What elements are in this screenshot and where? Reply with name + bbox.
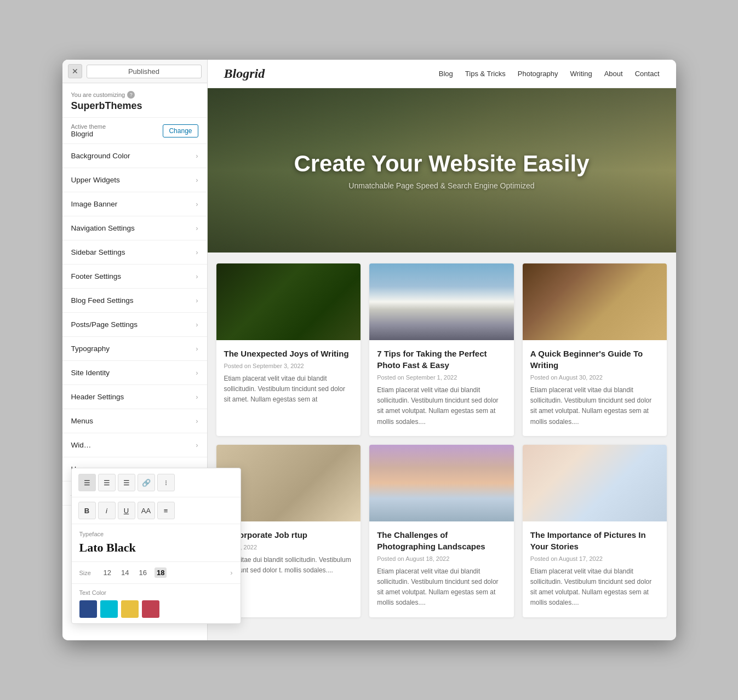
card-excerpt: velit vitae dui blandit sollicitudin. Ve… bbox=[224, 555, 353, 576]
site-nav-links: BlogTips & TricksPhotographyWritingAbout… bbox=[439, 70, 660, 78]
underline-button[interactable]: U bbox=[118, 502, 135, 519]
swatch-yellow[interactable] bbox=[121, 600, 139, 618]
chevron-right-icon: › bbox=[196, 441, 198, 449]
chevron-right-icon: › bbox=[196, 248, 198, 256]
blog-card: The Importance of Pictures In Your Stori… bbox=[523, 445, 667, 617]
italic-button[interactable]: i bbox=[98, 502, 116, 519]
card-date: Posted on September 3, 2022 bbox=[224, 363, 353, 369]
card-date: Posted on September 1, 2022 bbox=[377, 374, 506, 381]
sidebar-item-background-color[interactable]: Background Color› bbox=[62, 144, 207, 168]
sidebar-item-blog-feed-settings[interactable]: Blog Feed Settings› bbox=[62, 289, 207, 313]
menu-item-label: Menus bbox=[71, 417, 94, 425]
menu-item-label: Typography bbox=[71, 345, 110, 353]
sidebar-item-typography[interactable]: Typography› bbox=[62, 337, 207, 361]
nav-link-contact[interactable]: Contact bbox=[635, 70, 660, 78]
nav-link-writing[interactable]: Writing bbox=[570, 70, 592, 78]
size-14[interactable]: 14 bbox=[119, 567, 131, 578]
card-image bbox=[369, 445, 514, 521]
sidebar-brand: You are customizing ? SuperbThemes bbox=[62, 83, 207, 118]
nav-link-tips-&-tricks[interactable]: Tips & Tricks bbox=[465, 70, 506, 78]
card-date: ust 22, 2022 bbox=[224, 544, 353, 550]
sidebar-item-upper-widgets[interactable]: Upper Widgets› bbox=[62, 168, 207, 192]
nav-link-photography[interactable]: Photography bbox=[518, 70, 558, 78]
sidebar-item-image-banner[interactable]: Image Banner› bbox=[62, 192, 207, 216]
card-image bbox=[216, 263, 361, 340]
hero-title: Create Your Website Easily bbox=[294, 151, 589, 177]
bold-button[interactable]: B bbox=[78, 502, 96, 519]
menu-item-label: Navigation Settings bbox=[71, 224, 135, 232]
card-date: Posted on August 18, 2022 bbox=[377, 555, 506, 562]
color-section: Text Color bbox=[72, 584, 241, 623]
align-left-button[interactable]: ☰ bbox=[78, 474, 96, 491]
chevron-right-icon: › bbox=[196, 224, 198, 232]
nav-link-about[interactable]: About bbox=[604, 70, 623, 78]
sidebar-item-navigation-settings[interactable]: Navigation Settings› bbox=[62, 216, 207, 240]
chevron-right-icon: › bbox=[196, 176, 198, 184]
chevron-right-icon: › bbox=[196, 296, 198, 305]
card-body: 7 Tips for Taking the Perfect Photo Fast… bbox=[369, 340, 514, 436]
site-logo: Blogrid bbox=[224, 66, 265, 81]
link-button[interactable]: 🔗 bbox=[138, 474, 155, 491]
chevron-right-icon: › bbox=[196, 200, 198, 208]
help-icon[interactable]: ? bbox=[127, 91, 135, 99]
sidebar-item-sidebar-settings[interactable]: Sidebar Settings› bbox=[62, 240, 207, 265]
hero-subtitle: Unmatchable Page Speed & Search Engine O… bbox=[348, 181, 534, 190]
menu-item-label: Footer Settings bbox=[71, 272, 122, 280]
size-chevron-icon[interactable]: › bbox=[230, 569, 232, 577]
active-theme-row: Active theme Blogrid Change bbox=[62, 118, 207, 144]
chevron-right-icon: › bbox=[196, 152, 198, 160]
card-body: The Importance of Pictures In Your Stori… bbox=[523, 521, 667, 617]
active-theme-info: Active theme Blogrid bbox=[71, 123, 106, 138]
card-title: The Challenges of Photographing Landscap… bbox=[377, 529, 506, 552]
card-image bbox=[523, 263, 667, 340]
sidebar-header: ✕ Published bbox=[62, 60, 207, 83]
chevron-right-icon: › bbox=[196, 345, 198, 353]
chevron-right-icon: › bbox=[196, 272, 198, 280]
menu-item-label: Site Identity bbox=[71, 369, 110, 377]
close-button[interactable]: ✕ bbox=[68, 64, 82, 78]
menu-item-label: Blog Feed Settings bbox=[71, 296, 134, 305]
sidebar-item-menus[interactable]: Menus› bbox=[62, 409, 207, 433]
swatch-cyan[interactable] bbox=[100, 600, 118, 618]
sidebar-item-footer-settings[interactable]: Footer Settings› bbox=[62, 265, 207, 289]
blog-card: The Challenges of Photographing Landscap… bbox=[369, 445, 514, 617]
size-12[interactable]: 12 bbox=[101, 567, 113, 578]
card-title: ly Corporate Job rtup bbox=[224, 529, 353, 541]
paragraph-button[interactable]: ≡ bbox=[157, 502, 175, 519]
size-16[interactable]: 16 bbox=[136, 567, 148, 578]
list-button[interactable]: ⁝ bbox=[157, 474, 175, 491]
card-excerpt: Etiam placerat velit vitae dui blandit s… bbox=[530, 566, 660, 609]
change-theme-button[interactable]: Change bbox=[163, 124, 198, 137]
published-button[interactable]: Published bbox=[87, 65, 202, 78]
card-excerpt: Etiam placerat velit vitae dui blandit s… bbox=[530, 385, 660, 427]
sidebar-item-posts/page-settings[interactable]: Posts/Page Settings› bbox=[62, 313, 207, 337]
font-size-button[interactable]: AA bbox=[138, 502, 155, 519]
card-image bbox=[523, 445, 667, 521]
menu-item-label: Image Banner bbox=[71, 200, 118, 208]
card-title: The Unexpected Joys of Writing bbox=[224, 348, 353, 359]
menu-item-label: Header Settings bbox=[71, 393, 124, 401]
card-excerpt: Etiam placerat velit vitae dui blandit s… bbox=[224, 374, 353, 405]
chevron-right-icon: › bbox=[196, 393, 198, 401]
sidebar-item-wid…[interactable]: Wid…› bbox=[62, 433, 207, 457]
menu-item-label: Background Color bbox=[71, 152, 130, 160]
swatch-navy[interactable] bbox=[79, 600, 97, 618]
align-right-button[interactable]: ☰ bbox=[118, 474, 135, 491]
menu-item-label: Sidebar Settings bbox=[71, 248, 125, 256]
brand-name: SuperbThemes bbox=[71, 100, 198, 112]
site-nav: Blogrid BlogTips & TricksPhotographyWrit… bbox=[208, 60, 676, 88]
card-image bbox=[369, 263, 514, 340]
nav-link-blog[interactable]: Blog bbox=[439, 70, 453, 78]
card-body: The Challenges of Photographing Landscap… bbox=[369, 521, 514, 617]
size-label: Size bbox=[79, 570, 96, 576]
typo-toolbar-row2: B i U AA ≡ bbox=[72, 497, 241, 524]
main-content: Blogrid BlogTips & TricksPhotographyWrit… bbox=[208, 60, 676, 640]
sidebar-item-header-settings[interactable]: Header Settings› bbox=[62, 385, 207, 409]
chevron-right-icon: › bbox=[196, 417, 198, 425]
sidebar-item-site-identity[interactable]: Site Identity› bbox=[62, 361, 207, 385]
size-18[interactable]: 18 bbox=[155, 567, 167, 578]
align-center-button[interactable]: ☰ bbox=[98, 474, 116, 491]
swatch-red[interactable] bbox=[142, 600, 159, 618]
chevron-right-icon: › bbox=[196, 369, 198, 377]
typeface-section: Typeface Lato Black bbox=[72, 524, 241, 562]
